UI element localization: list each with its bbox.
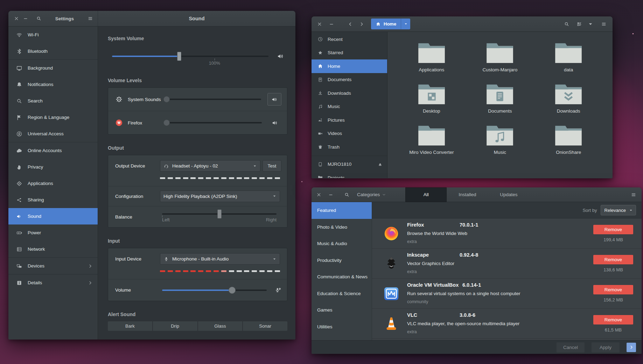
sidebar-item-universal-access[interactable]: Universal Access xyxy=(8,126,98,142)
app-volume-slider[interactable] xyxy=(163,119,262,126)
folder-onionshare[interactable]: OnionShare xyxy=(534,124,603,155)
slider-handle[interactable] xyxy=(163,120,170,126)
search-icon[interactable] xyxy=(562,20,571,29)
sidebar-item-background[interactable]: Background xyxy=(8,60,98,76)
category-featured[interactable]: Featured xyxy=(312,202,372,219)
search-icon[interactable] xyxy=(34,14,43,23)
minimize-icon[interactable] xyxy=(21,14,30,23)
sidebar-item-region-language[interactable]: Region & Language xyxy=(8,109,98,126)
folder-miro-video-converter[interactable]: Miro Video Converter xyxy=(397,124,466,155)
sidebar-item-power[interactable]: Power xyxy=(8,224,98,241)
folder-desktop[interactable]: Desktop xyxy=(397,83,466,114)
close-icon[interactable] xyxy=(315,20,324,29)
mute-toggle-button[interactable] xyxy=(268,117,281,129)
system-volume-slider[interactable]: 100% xyxy=(112,52,268,61)
sidebar-item-music[interactable]: Music xyxy=(312,100,387,114)
tab-all[interactable]: All xyxy=(405,187,447,202)
slider-handle[interactable] xyxy=(217,209,222,219)
sidebar-item-mjro1810[interactable]: MJRO1810 xyxy=(312,158,387,171)
category-productivity[interactable]: Productivity xyxy=(312,252,372,269)
sidebar-item-videos[interactable]: Videos xyxy=(312,127,387,141)
folder-downloads[interactable]: Downloads xyxy=(534,83,603,114)
folder-data[interactable]: data xyxy=(534,42,603,72)
alert-sound-option-sonar[interactable]: Sonar xyxy=(243,321,287,331)
close-icon[interactable] xyxy=(12,14,21,23)
remove-button[interactable]: Remove xyxy=(593,315,633,324)
alert-sound-option-drip[interactable]: Drip xyxy=(153,321,197,331)
input-device-dropdown[interactable]: Microphone - Built-in Audio xyxy=(160,253,280,265)
folder-music[interactable]: Music xyxy=(466,124,534,155)
minimize-icon[interactable] xyxy=(327,20,336,29)
next-button[interactable] xyxy=(627,343,636,352)
category-games[interactable]: Games xyxy=(312,302,372,319)
configuration-dropdown[interactable]: High Fidelity Playback (A2DP Sink) xyxy=(160,191,280,202)
sidebar-item-applications[interactable]: Applications xyxy=(8,175,98,192)
alert-sound-option-glass[interactable]: Glass xyxy=(198,321,243,331)
view-options-caret-icon[interactable] xyxy=(586,20,595,29)
close-icon[interactable] xyxy=(314,190,323,199)
apply-button[interactable]: Apply xyxy=(592,342,620,352)
slider-handle[interactable] xyxy=(163,96,170,102)
speaker-icon xyxy=(271,96,278,103)
categories-dropdown[interactable]: Categories xyxy=(357,192,386,197)
sidebar-item-recent[interactable]: Recent xyxy=(312,33,387,46)
sidebar-item-downloads[interactable]: Downloads xyxy=(312,86,387,100)
back-icon[interactable] xyxy=(346,20,355,29)
test-button[interactable]: Test xyxy=(263,160,281,172)
sidebar-item-devices[interactable]: Devices xyxy=(8,258,98,274)
remove-button[interactable]: Remove xyxy=(593,285,633,294)
sidebar-item-home[interactable]: Home xyxy=(312,59,387,73)
slider-handle[interactable] xyxy=(229,287,236,294)
app-volume-slider[interactable] xyxy=(163,96,261,103)
cancel-button[interactable]: Cancel xyxy=(557,342,585,352)
view-list-icon[interactable] xyxy=(575,20,584,29)
trash-icon xyxy=(317,144,323,150)
sidebar-item-label: Pictures xyxy=(328,117,383,123)
folder-documents[interactable]: Documents xyxy=(466,83,534,114)
sidebar-item-privacy[interactable]: Privacy xyxy=(8,159,98,175)
category-music-audio[interactable]: Music & Audio xyxy=(312,235,372,252)
folder-custom-manjaro[interactable]: Custom-Manjaro xyxy=(466,42,534,72)
sidebar-item-pictures[interactable]: Pictures xyxy=(312,113,387,127)
menu-icon[interactable] xyxy=(629,190,638,199)
menu-icon[interactable] xyxy=(599,20,608,29)
sidebar-item-starred[interactable]: Starred xyxy=(312,46,387,60)
sidebar-item-details[interactable]: Details xyxy=(8,274,98,291)
category-communication-news[interactable]: Communication & News xyxy=(312,269,372,285)
alert-sound-option-bark[interactable]: Bark xyxy=(108,321,152,331)
sidebar-item-wi-fi[interactable]: Wi-Fi xyxy=(8,27,98,43)
sidebar-item-sharing[interactable]: Sharing xyxy=(8,192,98,208)
sidebar-item-trash[interactable]: Trash xyxy=(312,140,387,154)
category-photo-video[interactable]: Photo & Video xyxy=(312,219,372,236)
minimize-icon[interactable] xyxy=(326,190,335,199)
sidebar-item-bluetooth[interactable]: Bluetooth xyxy=(8,43,98,59)
sidebar-item-notifications[interactable]: Notifications xyxy=(8,76,98,93)
balance-slider[interactable]: Left Right xyxy=(162,212,277,222)
path-button[interactable]: Home xyxy=(371,19,410,29)
sidebar-item-projects[interactable]: Projects xyxy=(312,171,387,178)
sidebar-item-network[interactable]: Network xyxy=(8,241,98,257)
app-size: 138,6 MB xyxy=(593,267,633,272)
remove-button[interactable]: Remove xyxy=(593,225,633,234)
forward-icon[interactable] xyxy=(357,20,366,29)
path-caret[interactable] xyxy=(401,19,410,29)
remove-button[interactable]: Remove xyxy=(593,255,633,264)
sidebar-item-online-accounts[interactable]: Online Accounts xyxy=(8,142,98,159)
eject-icon[interactable] xyxy=(377,162,383,167)
sidebar-item-documents[interactable]: Documents xyxy=(312,73,387,87)
slider-handle[interactable] xyxy=(177,52,181,61)
sidebar-item-search[interactable]: Search xyxy=(8,93,98,109)
sidebar-item-sound[interactable]: Sound xyxy=(8,208,98,224)
folder-applications[interactable]: Applications xyxy=(397,42,466,72)
mute-toggle-button[interactable] xyxy=(267,93,281,106)
sort-row: Sort by Relevance xyxy=(372,202,642,219)
category-utilities[interactable]: Utilities xyxy=(312,319,372,335)
input-volume-slider[interactable] xyxy=(162,286,267,294)
output-device-dropdown[interactable]: Headset - Aptoyu - 02 xyxy=(160,160,260,172)
tab-updates[interactable]: Updates xyxy=(488,187,529,202)
tab-installed[interactable]: Installed xyxy=(447,187,488,202)
menu-icon[interactable] xyxy=(86,14,95,23)
sort-dropdown[interactable]: Relevance xyxy=(601,205,636,215)
category-education-science[interactable]: Education & Science xyxy=(312,285,372,302)
search-icon[interactable] xyxy=(342,190,351,199)
